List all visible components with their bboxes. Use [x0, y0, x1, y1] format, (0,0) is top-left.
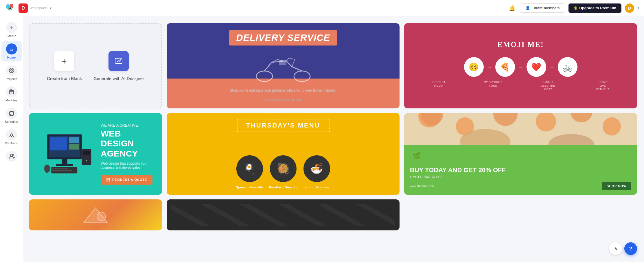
create-ai-label: Generate with AI Designer [93, 76, 144, 81]
topbar-actions: 🔔 👤+ Invite members ♛ Upgrade to Premium… [508, 3, 639, 13]
create-options-card: ＋ Create from Blank Generate with AI Des… [29, 23, 162, 108]
invite-members-button[interactable]: 👤+ Invite members [520, 3, 565, 13]
design-grid: ＋ Create from Blank Generate with AI Des… [29, 23, 637, 230]
svg-rect-33 [55, 168, 57, 169]
webdesign-text: WE ARE A CREATIVE WEB DESIGNAGENCY Web d… [101, 123, 154, 185]
svg-rect-14 [115, 58, 122, 63]
emoji-title: EMOJI ME! [497, 40, 544, 49]
svg-point-16 [256, 71, 273, 81]
sidebar-item-projects[interactable]: Projects [1, 63, 22, 83]
workspace-dropdown-icon[interactable]: ▾ [50, 6, 51, 10]
scroll-up-button[interactable]: ∧ [609, 242, 622, 255]
webdesign-pre-title: WE ARE A CREATIVE [101, 123, 154, 128]
upgrade-button[interactable]: ♛ Upgrade to Premium [568, 3, 621, 13]
create-icon: ＋ [6, 22, 17, 33]
menu-dish-2: 🍜 Shrimp Noodles [302, 154, 331, 189]
svg-rect-22 [69, 137, 79, 143]
littleblue-footer: www.littleblue.com SHOP NOW [410, 182, 631, 190]
create-blank-option[interactable]: ＋ Create from Blank [47, 51, 82, 81]
user-avatar[interactable]: D [625, 3, 634, 13]
sidebar-item-schedule[interactable]: Schedule [1, 105, 22, 126]
menu-items: 🍳 Spinach Omelette 🥘 Pan-Fried Gnocchi 🍜… [235, 154, 331, 189]
sidebar-item-my-brand[interactable]: My Brand [1, 127, 22, 147]
request-quote-label: REQUEST A QUOTE [112, 178, 147, 181]
svg-rect-9 [10, 90, 12, 91]
littleblue-sub-text: LIMITED TIME OFFER! [410, 175, 631, 179]
svg-rect-10 [10, 112, 14, 115]
webdesign-template-card[interactable]: WE ARE A CREATIVE WEB DESIGNAGENCY Web d… [29, 113, 162, 195]
webdesign-main-title: WEB DESIGNAGENCY [101, 129, 154, 159]
sidebar-item-schedule-label: Schedule [5, 120, 18, 123]
svg-point-13 [12, 154, 14, 156]
delivery-title: DELIVERY SERVICE [229, 30, 337, 46]
delivery-subtitle: Shop online and have your products deliv… [230, 88, 336, 92]
svg-point-15 [120, 59, 121, 61]
menu-dish-1: 🥘 Pan-Fried Gnocchi [269, 154, 298, 189]
my-files-icon [6, 86, 17, 97]
svg-point-53 [97, 212, 106, 221]
leaf-icon: 🌿 [410, 150, 423, 162]
crown-icon: ♛ [574, 6, 577, 10]
notifications-button[interactable]: 🔔 [508, 4, 516, 12]
littleblue-top-image: LittleBLUE [404, 113, 637, 145]
arrow-2: → [549, 64, 555, 70]
menu-dish-0: 🍳 Spinach Omelette [235, 154, 264, 189]
svg-point-6 [9, 68, 14, 73]
sidebar-item-home-label: Home [7, 56, 16, 59]
invite-icon: 👤+ [525, 6, 532, 10]
request-quote-button[interactable]: REQUEST A QUOTE [101, 175, 152, 185]
create-blank-icon: ＋ [54, 51, 74, 71]
create-blank-label: Create from Blank [47, 76, 82, 81]
webdesign-desc: Web design that supports your business a… [101, 161, 154, 170]
svg-point-7 [11, 70, 12, 71]
spinach-omelette-image: 🍳 [235, 154, 264, 183]
sidebar-item-my-files-label: My Files [5, 99, 17, 102]
create-ai-option[interactable]: Generate with AI Designer [93, 51, 144, 81]
svg-rect-39 [106, 178, 110, 181]
schedule-icon [6, 108, 17, 119]
workspace-selector[interactable]: D Workspace ▾ [19, 3, 51, 13]
shrimp-noodles-label: Shrimp Noodles [304, 185, 329, 189]
emoji-label-1: MY FAVORITEFOOD [483, 80, 503, 91]
avatar-dropdown-icon[interactable]: ▾ [638, 6, 639, 10]
shop-now-button[interactable]: SHOP NOW [602, 182, 631, 190]
sidebar-item-home[interactable]: ⌂ Home [1, 41, 22, 61]
emoji-item-1: 🍕 [495, 57, 515, 77]
partial-striped-card[interactable] [167, 199, 400, 230]
invite-label: Invite members [534, 6, 560, 10]
littleblue-offer-text: BUY TODAY AND GET 20% OFF [410, 166, 631, 174]
svg-point-17 [294, 71, 310, 81]
sidebar-item-my-brand-label: My Brand [5, 141, 18, 145]
team-icon [6, 151, 17, 162]
svg-rect-8 [10, 90, 14, 94]
svg-rect-21 [50, 137, 67, 150]
sidebar-item-create[interactable]: ＋ Create [1, 20, 22, 40]
littleblue-template-card[interactable]: LittleBLUE 🌿 BUY TODAY AND GET 20% OFF L… [404, 113, 637, 195]
menu-title: THURSDAY'S MENU [237, 119, 330, 132]
sidebar-item-my-files[interactable]: My Files [1, 84, 22, 104]
arrow-1: → [518, 64, 524, 70]
my-brand-icon [6, 129, 17, 140]
main-layout: ＋ Create ⌂ Home Projects My Files Schedu… [0, 16, 644, 262]
scroll-up-icon: ∧ [614, 245, 618, 252]
home-icon: ⌂ [6, 43, 17, 54]
littleblue-bottom-section: 🌿 BUY TODAY AND GET 20% OFF LIMITED TIME… [404, 145, 637, 195]
svg-rect-37 [65, 168, 67, 169]
svg-rect-35 [60, 168, 62, 169]
chat-help-button[interactable]: ? [624, 242, 637, 255]
emoji-label-3: I CAN'TLIVE WITHOUT [593, 80, 612, 91]
content-area: ＋ Create from Blank Generate with AI Des… [23, 16, 644, 262]
svg-rect-34 [58, 168, 59, 169]
menu-template-card[interactable]: THURSDAY'S MENU 🍳 Spinach Omelette 🥘 Pan… [167, 113, 400, 195]
svg-point-47 [603, 117, 621, 136]
create-ai-icon [108, 51, 129, 71]
emoji-template-card[interactable]: EMOJI ME! 😊 → 🍕 → ❤️ → 🚲 CURRENTMOOD MY … [404, 23, 637, 108]
emoji-row: 😊 → 🍕 → ❤️ → 🚲 [464, 57, 577, 77]
arrow-0: → [487, 64, 492, 70]
app-logo [5, 3, 16, 14]
projects-icon [6, 65, 17, 76]
svg-rect-25 [56, 164, 73, 166]
delivery-template-card[interactable]: DELIVERY SERVICE Shop online and have yo… [167, 23, 400, 108]
sidebar-item-team[interactable] [1, 148, 22, 165]
partial-orange-card[interactable] [29, 199, 162, 230]
